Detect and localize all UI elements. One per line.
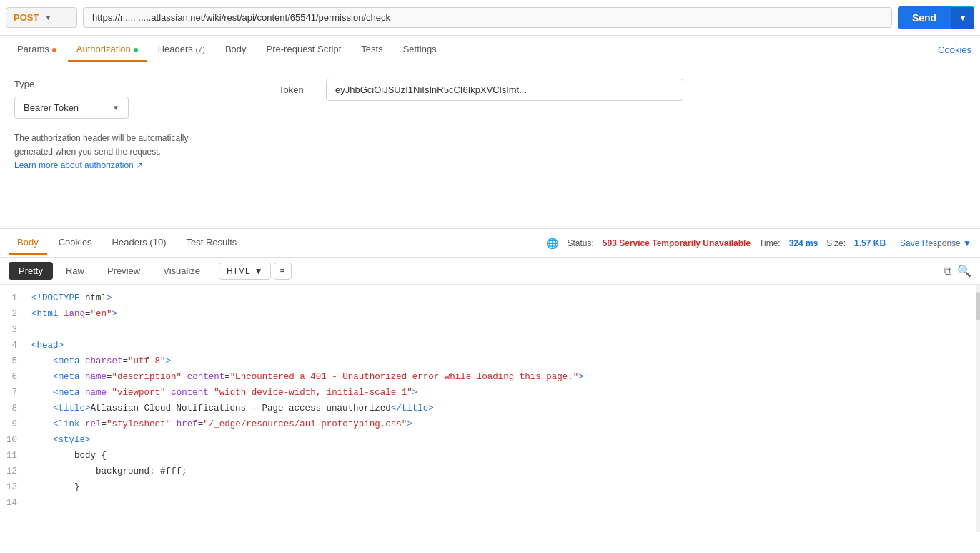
bearer-label: Bearer Token	[24, 102, 79, 113]
resp-tab-headers[interactable]: Headers (10)	[104, 231, 175, 255]
tab-tests[interactable]: Tests	[352, 38, 391, 62]
visualize-button[interactable]: Visualize	[153, 262, 210, 280]
code-line: 5 <meta charset="utf-8">	[0, 353, 980, 369]
code-line: 14	[0, 495, 980, 511]
code-line: 6 <meta name="description" content="Enco…	[0, 369, 980, 385]
globe-icon: 🌐	[546, 238, 558, 249]
top-bar: POST ▼ https://r..... .....atlassian.net…	[0, 0, 980, 36]
response-tabs-row: Body Cookies Headers (10) Test Results 🌐…	[0, 229, 980, 258]
url-bar[interactable]: https://r..... .....atlassian.net/wiki/r…	[83, 7, 892, 28]
scrollbar-track[interactable]	[976, 285, 980, 532]
copy-button[interactable]: ⧉	[944, 264, 951, 278]
url-text: https://r..... .....atlassian.net/wiki/r…	[92, 12, 390, 23]
send-button[interactable]: Send	[898, 6, 951, 29]
method-select[interactable]: POST ▼	[6, 7, 77, 28]
params-dot	[52, 48, 56, 52]
type-label: Type	[14, 79, 249, 89]
size-label: Size:	[826, 238, 846, 248]
toolbar-right: ⧉ 🔍	[944, 264, 971, 278]
resp-tab-body[interactable]: Body	[9, 231, 47, 255]
code-line: 4 <head>	[0, 338, 980, 353]
resp-tab-test-results[interactable]: Test Results	[177, 231, 245, 255]
raw-button[interactable]: Raw	[56, 262, 94, 280]
code-line: 12 background: #fff;	[0, 464, 980, 479]
token-row: Token	[279, 79, 966, 101]
code-line: 13 }	[0, 479, 980, 495]
headers-badge: (7)	[195, 45, 204, 54]
auth-right: Token	[264, 64, 980, 228]
method-chevron: ▼	[44, 14, 51, 21]
tab-authorization[interactable]: Authorization	[68, 38, 147, 62]
bearer-type-select[interactable]: Bearer Token ▼	[14, 97, 129, 119]
auth-left: Type Bearer Token ▼ The authorization he…	[0, 64, 264, 228]
code-toolbar: Pretty Raw Preview Visualize HTML ▼ ≡ ⧉ …	[0, 258, 980, 285]
token-label: Token	[279, 84, 315, 95]
send-arrow-button[interactable]: ▼	[951, 7, 974, 29]
tab-body[interactable]: Body	[217, 38, 255, 62]
filter-button[interactable]: ≡	[274, 263, 292, 280]
request-tabs-row: Params Authorization Headers (7) Body Pr…	[0, 36, 980, 64]
tab-pre-request-script[interactable]: Pre-request Script	[258, 38, 350, 62]
send-button-group: Send ▼	[898, 6, 974, 29]
status-label: Status:	[567, 238, 593, 248]
search-button[interactable]: 🔍	[957, 264, 971, 278]
cookies-link[interactable]: Cookies	[938, 44, 971, 55]
code-line: 7 <meta name="viewport" content="width=d…	[0, 385, 980, 401]
save-response-button[interactable]: Save Response ▼	[900, 238, 971, 248]
scrollbar-thumb[interactable]	[976, 292, 980, 320]
tab-params[interactable]: Params	[9, 38, 65, 62]
status-area: 🌐 Status: 503 Service Temporarily Unavai…	[546, 238, 971, 249]
token-input[interactable]	[326, 79, 683, 101]
method-label: POST	[14, 12, 39, 23]
format-label: HTML	[227, 266, 250, 276]
tab-settings[interactable]: Settings	[395, 38, 445, 62]
preview-button[interactable]: Preview	[97, 262, 150, 280]
response-body: Pretty Raw Preview Visualize HTML ▼ ≡ ⧉ …	[0, 258, 980, 532]
size-value: 1.57 KB	[854, 238, 886, 248]
code-line: 10 <style>	[0, 432, 980, 448]
bearer-chevron: ▼	[112, 104, 119, 112]
code-line: 8 <title>Atlassian Cloud Notifications -…	[0, 401, 980, 416]
time-value: 324 ms	[789, 238, 818, 248]
auth-info-text: The authorization header will be automat…	[14, 132, 249, 173]
tab-headers[interactable]: Headers (7)	[149, 38, 214, 62]
auth-dot	[134, 48, 138, 52]
pretty-button[interactable]: Pretty	[9, 262, 53, 280]
code-area[interactable]: 1 <!DOCTYPE html> 2 <html lang="en"> 3 4…	[0, 285, 980, 532]
status-code: 503 Service Temporarily Unavailable	[603, 238, 751, 248]
format-chevron: ▼	[254, 266, 263, 276]
auth-panel: Type Bearer Token ▼ The authorization he…	[0, 64, 980, 229]
format-select[interactable]: HTML ▼	[219, 263, 271, 280]
code-line: 3	[0, 322, 980, 338]
code-line: 9 <link rel="stylesheet" href="/_edge/re…	[0, 416, 980, 432]
resp-tab-cookies[interactable]: Cookies	[50, 231, 101, 255]
code-line: 2 <html lang="en">	[0, 306, 980, 322]
code-line: 1 <!DOCTYPE html>	[0, 290, 980, 306]
code-line: 11 body {	[0, 448, 980, 464]
time-label: Time:	[759, 238, 781, 248]
learn-more-link[interactable]: Learn more about authorization ↗	[14, 160, 143, 170]
